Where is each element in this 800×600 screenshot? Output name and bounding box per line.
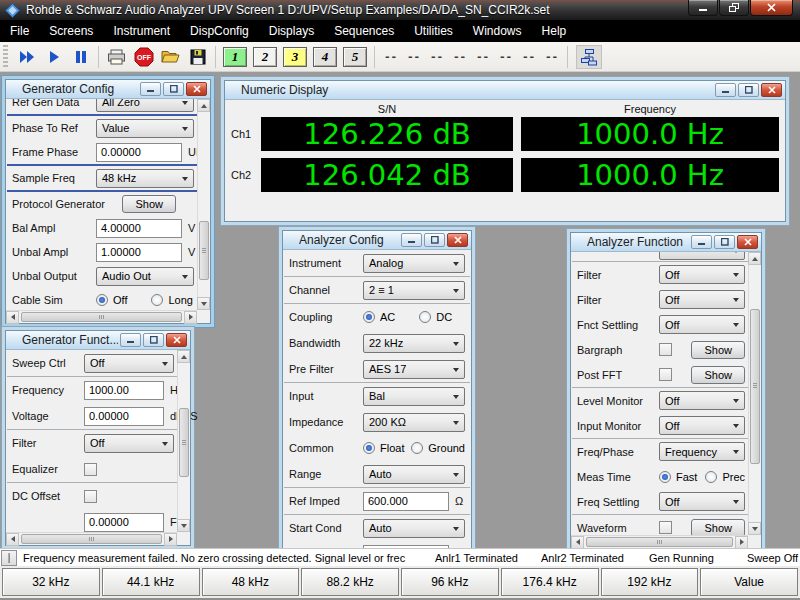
horizontal-scrollbar[interactable] <box>6 310 197 323</box>
preset-button-4[interactable]: 4 <box>313 47 337 67</box>
menu-windows[interactable]: Windows <box>463 20 532 42</box>
fnct-settling-dropdown[interactable]: Off <box>659 315 745 334</box>
panel-close-button[interactable] <box>186 82 207 96</box>
pause-button[interactable] <box>67 45 94 69</box>
scrollbar-thumb[interactable] <box>586 537 733 547</box>
post-fft-checkbox[interactable] <box>659 368 672 381</box>
panel-minimize-button[interactable] <box>401 233 422 247</box>
equalizer-checkbox[interactable] <box>84 463 97 476</box>
protocol-generator-show-button[interactable]: Show <box>122 195 176 213</box>
clipped-dropdown[interactable] <box>659 252 745 260</box>
cable-sim-off-radio[interactable] <box>96 294 108 306</box>
generator-function-titlebar[interactable]: Generator Funct... <box>6 331 190 350</box>
scroll-right-button[interactable] <box>735 536 748 549</box>
analyzer-function-titlebar[interactable]: Analyzer Function <box>571 233 761 252</box>
generator-off-button[interactable]: OFF <box>130 45 157 69</box>
phase-to-ref-dropdown[interactable]: Value <box>96 119 194 138</box>
panel-minimize-button[interactable] <box>140 82 161 96</box>
statusbar-grip-button[interactable]: | <box>1 550 17 566</box>
scroll-up-button[interactable] <box>197 99 210 112</box>
sample-freq-dropdown[interactable]: 48 kHz <box>96 169 194 188</box>
gen-filter-dropdown[interactable]: Off <box>84 434 174 453</box>
menu-dispconfig[interactable]: DispConfig <box>180 20 259 42</box>
single-measurement-button[interactable] <box>40 45 67 69</box>
panel-minimize-button[interactable] <box>715 83 736 97</box>
ref-imped-input[interactable]: 600.000 <box>363 492 449 511</box>
vertical-scrollbar[interactable] <box>197 99 210 310</box>
softkey-192khz[interactable]: 192 kHz <box>601 568 699 596</box>
meas-time-fast-radio[interactable] <box>659 471 671 483</box>
menu-help[interactable]: Help <box>532 20 577 42</box>
minimize-button[interactable] <box>688 0 718 16</box>
scroll-down-button[interactable] <box>177 519 190 532</box>
scroll-up-button[interactable] <box>177 350 190 363</box>
freq-settling-dropdown[interactable]: Off <box>659 492 745 511</box>
open-setup-button[interactable] <box>157 45 184 69</box>
sweep-ctrl-dropdown[interactable]: Off <box>84 354 174 373</box>
menu-displays[interactable]: Displays <box>259 20 324 42</box>
voltage-input[interactable]: 0.00000 <box>84 407 164 426</box>
panel-close-button[interactable] <box>761 83 782 97</box>
dc-offset-value-input[interactable]: 0.00000 <box>84 513 164 532</box>
channel-dropdown[interactable]: 2 ≡ 1 <box>363 281 465 300</box>
preset-button-5[interactable]: 5 <box>343 47 367 67</box>
waveform-checkbox[interactable] <box>659 521 672 534</box>
horizontal-scrollbar[interactable] <box>571 535 748 548</box>
filter1-dropdown[interactable]: Off <box>659 265 745 284</box>
meas-time-prec-radio[interactable] <box>705 471 717 483</box>
vertical-scrollbar[interactable] <box>748 252 761 535</box>
panel-restore-button[interactable] <box>143 333 164 347</box>
ref-gen-data-dropdown[interactable]: All Zero <box>96 99 194 112</box>
softkey-32khz[interactable]: 32 kHz <box>2 568 100 596</box>
panel-close-button[interactable] <box>166 333 187 347</box>
cable-sim-long-radio[interactable] <box>151 294 163 306</box>
preset-button-2[interactable]: 2 <box>253 47 277 67</box>
menu-sequences[interactable]: Sequences <box>324 20 404 42</box>
instrument-dropdown[interactable]: Analog <box>363 254 465 273</box>
unbal-ampl-input[interactable]: 1.00000 <box>96 243 182 262</box>
menu-file[interactable]: File <box>0 20 39 42</box>
softkey-value[interactable]: Value <box>700 568 798 596</box>
frame-phase-input[interactable]: 0.00000 <box>96 143 182 162</box>
scrollbar-thumb[interactable] <box>750 309 760 465</box>
pre-filter-dropdown[interactable]: AES 17 <box>363 360 465 379</box>
panel-restore-button[interactable] <box>714 235 735 249</box>
numeric-display-titlebar[interactable]: Numeric Display <box>225 81 785 100</box>
delay-input[interactable]: 0.00000 <box>363 545 449 549</box>
input-monitor-dropdown[interactable]: Off <box>659 416 745 435</box>
common-float-radio[interactable] <box>363 442 375 454</box>
scroll-down-button[interactable] <box>197 297 210 310</box>
gen-frequency-input[interactable]: 1000.00 <box>84 381 164 400</box>
preset-button-1[interactable]: 1 <box>223 47 247 67</box>
bargraph-show-button[interactable]: Show <box>691 341 745 359</box>
dc-offset-checkbox[interactable] <box>84 490 97 503</box>
softkey-96khz[interactable]: 96 kHz <box>401 568 499 596</box>
scroll-down-button[interactable] <box>748 522 761 535</box>
generator-config-titlebar[interactable]: Generator Config <box>6 80 210 99</box>
horizontal-scrollbar[interactable] <box>6 532 177 545</box>
softkey-176-4khz[interactable]: 176.4 kHz <box>501 568 599 596</box>
coupling-ac-radio[interactable] <box>363 311 375 323</box>
scroll-left-button[interactable] <box>6 533 19 546</box>
menu-screens[interactable]: Screens <box>39 20 103 42</box>
vertical-scrollbar[interactable] <box>177 350 190 532</box>
panel-minimize-button[interactable] <box>120 333 141 347</box>
post-fft-show-button[interactable]: Show <box>691 366 745 384</box>
start-cond-dropdown[interactable]: Auto <box>363 519 465 538</box>
input-dropdown[interactable]: Bal <box>363 387 465 406</box>
panel-restore-button[interactable] <box>163 82 184 96</box>
continuous-measurement-button[interactable] <box>13 45 40 69</box>
scroll-right-button[interactable] <box>184 311 197 324</box>
coupling-dc-radio[interactable] <box>419 311 431 323</box>
panel-restore-button[interactable] <box>738 83 759 97</box>
panel-close-button[interactable] <box>447 233 468 247</box>
freq-phase-dropdown[interactable]: Frequency <box>659 442 745 461</box>
scroll-left-button[interactable] <box>571 536 584 549</box>
range-dropdown[interactable]: Auto <box>363 465 465 484</box>
impedance-dropdown[interactable]: 200 KΩ <box>363 413 465 432</box>
scrollbar-thumb[interactable] <box>179 408 189 477</box>
softkey-48khz[interactable]: 48 kHz <box>202 568 300 596</box>
bandwidth-dropdown[interactable]: 22 kHz <box>363 334 465 353</box>
print-button[interactable] <box>103 45 130 69</box>
window-cascade-button[interactable] <box>576 45 602 69</box>
